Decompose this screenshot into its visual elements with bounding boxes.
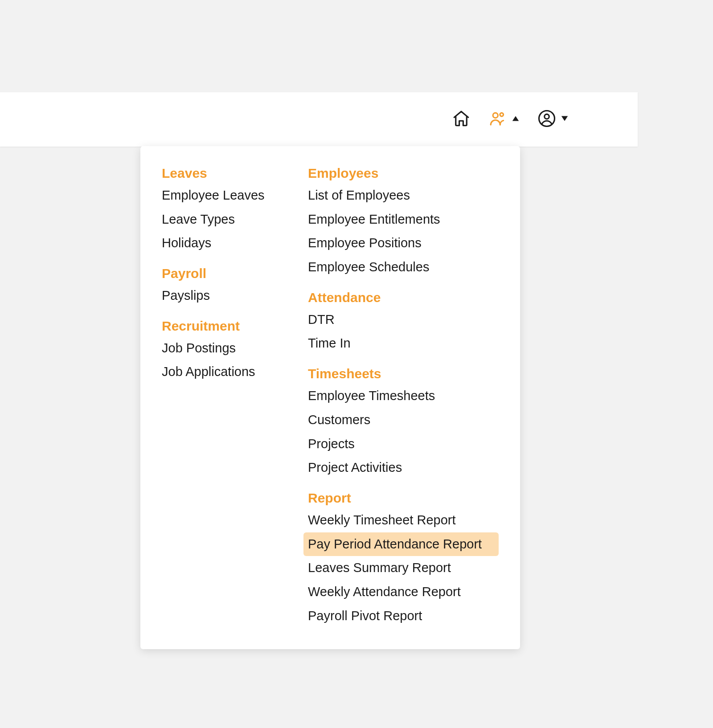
topbar-icons-group: [452, 109, 569, 130]
menu-item-job-applications[interactable]: Job Applications: [157, 360, 287, 384]
top-navigation-bar: [0, 92, 638, 147]
team-dropdown-panel: Leaves Employee Leaves Leave Types Holid…: [140, 146, 520, 649]
menu-item-projects[interactable]: Projects: [303, 432, 499, 456]
team-dropdown-button[interactable]: [488, 109, 520, 130]
menu-item-employee-schedules[interactable]: Employee Schedules: [303, 255, 499, 279]
caret-up-icon: [512, 115, 520, 124]
svg-point-1: [500, 113, 504, 116]
menu-item-leaves-summary-report[interactable]: Leaves Summary Report: [303, 556, 499, 580]
caret-down-icon: [561, 115, 569, 124]
section-header-employees: Employees: [308, 166, 499, 181]
home-button[interactable]: [452, 109, 471, 130]
dropdown-column-right: Employees List of Employees Employee Ent…: [308, 166, 499, 628]
menu-item-payroll-pivot-report[interactable]: Payroll Pivot Report: [303, 604, 499, 628]
menu-item-weekly-attendance-report[interactable]: Weekly Attendance Report: [303, 580, 499, 604]
home-icon: [452, 109, 471, 130]
menu-item-leave-types[interactable]: Leave Types: [157, 208, 287, 232]
section-header-payroll: Payroll: [162, 266, 287, 281]
menu-item-dtr[interactable]: DTR: [303, 308, 499, 332]
section-header-timesheets: Timesheets: [308, 366, 499, 381]
menu-item-holidays[interactable]: Holidays: [157, 231, 287, 255]
menu-item-payslips[interactable]: Payslips: [157, 284, 287, 308]
menu-item-list-of-employees[interactable]: List of Employees: [303, 184, 499, 208]
menu-item-employee-timesheets[interactable]: Employee Timesheets: [303, 384, 499, 408]
section-header-report: Report: [308, 491, 499, 506]
section-header-attendance: Attendance: [308, 290, 499, 305]
user-icon: [537, 109, 556, 130]
menu-item-time-in[interactable]: Time In: [303, 331, 499, 356]
menu-item-weekly-timesheet-report[interactable]: Weekly Timesheet Report: [303, 508, 499, 532]
dropdown-column-left: Leaves Employee Leaves Leave Types Holid…: [162, 166, 287, 628]
svg-point-0: [493, 113, 498, 118]
menu-item-employee-leaves[interactable]: Employee Leaves: [157, 184, 287, 208]
section-header-leaves: Leaves: [162, 166, 287, 181]
svg-point-3: [545, 114, 549, 119]
menu-item-employee-positions[interactable]: Employee Positions: [303, 231, 499, 255]
menu-item-job-postings[interactable]: Job Postings: [157, 336, 287, 360]
team-icon: [488, 109, 507, 130]
menu-item-employee-entitlements[interactable]: Employee Entitlements: [303, 208, 499, 232]
menu-item-pay-period-attendance-report[interactable]: Pay Period Attendance Report: [303, 532, 499, 556]
menu-item-project-activities[interactable]: Project Activities: [303, 456, 499, 480]
user-dropdown-button[interactable]: [537, 109, 569, 130]
section-header-recruitment: Recruitment: [162, 319, 287, 334]
menu-item-customers[interactable]: Customers: [303, 408, 499, 432]
